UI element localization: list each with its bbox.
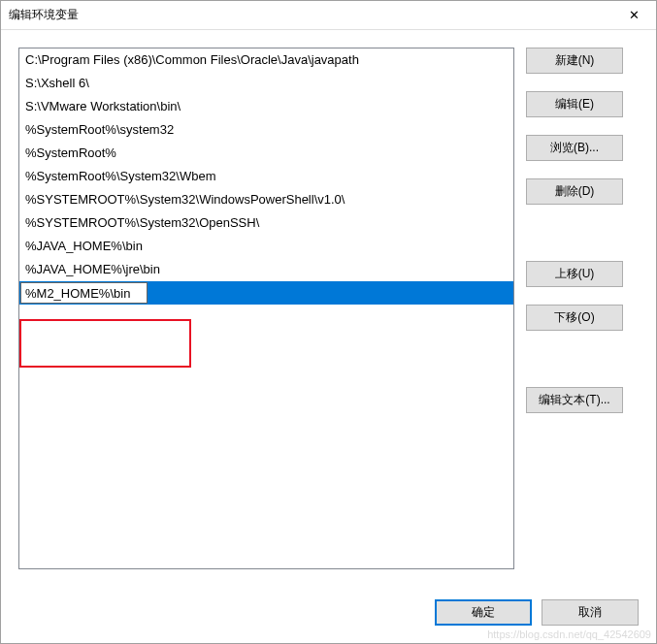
list-item[interactable]: %SYSTEMROOT%\System32\WindowsPowerShell\…: [19, 188, 513, 211]
path-edit-input[interactable]: [20, 282, 148, 304]
list-item[interactable]: S:\VMware Workstation\bin\: [19, 95, 513, 118]
edit-button[interactable]: 编辑(E): [526, 91, 623, 117]
move-down-button[interactable]: 下移(O): [526, 305, 623, 331]
list-item-selected[interactable]: [19, 281, 513, 305]
list-item[interactable]: S:\Xshell 6\: [19, 72, 513, 95]
close-icon: ✕: [629, 8, 640, 22]
browse-button[interactable]: 浏览(B)...: [526, 135, 623, 161]
dialog-body: C:\Program Files (x86)\Common Files\Orac…: [1, 30, 656, 586]
list-item[interactable]: %SystemRoot%\system32: [19, 118, 513, 142]
ok-button[interactable]: 确定: [435, 599, 532, 626]
list-item[interactable]: %SystemRoot%\System32\Wbem: [19, 165, 513, 188]
delete-button[interactable]: 删除(D): [526, 178, 623, 205]
side-button-column: 新建(N) 编辑(E) 浏览(B)... 删除(D) 上移(U) 下移(O) 编…: [526, 48, 623, 586]
edit-text-button[interactable]: 编辑文本(T)...: [526, 387, 623, 413]
list-item[interactable]: %JAVA_HOME%\bin: [19, 235, 513, 258]
dialog-window: 编辑环境变量 ✕ C:\Program Files (x86)\Common F…: [0, 0, 657, 644]
annotation-highlight: [19, 319, 191, 368]
list-item[interactable]: %SystemRoot%: [19, 142, 513, 165]
move-up-button[interactable]: 上移(U): [526, 261, 623, 287]
list-item[interactable]: C:\Program Files (x86)\Common Files\Orac…: [19, 48, 513, 72]
new-button[interactable]: 新建(N): [526, 48, 623, 74]
window-title: 编辑环境变量: [9, 7, 79, 23]
cancel-button[interactable]: 取消: [542, 599, 639, 626]
list-item[interactable]: %JAVA_HOME%\jre\bin: [19, 258, 513, 281]
list-item[interactable]: %SYSTEMROOT%\System32\OpenSSH\: [19, 211, 513, 235]
close-button[interactable]: ✕: [612, 1, 656, 29]
dialog-footer: 确定 取消: [1, 586, 656, 643]
titlebar: 编辑环境变量 ✕: [1, 1, 656, 30]
path-list[interactable]: C:\Program Files (x86)\Common Files\Orac…: [18, 48, 514, 569]
